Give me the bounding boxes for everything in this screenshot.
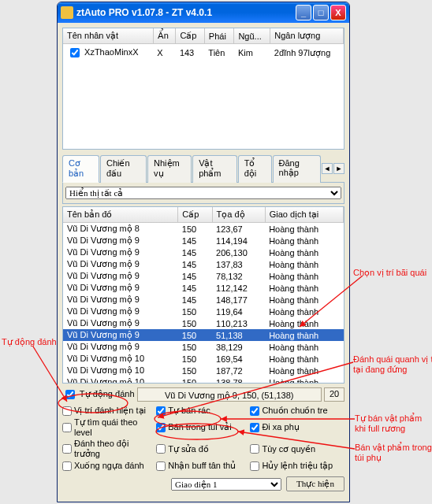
column-header[interactable]: Cấp — [176, 28, 204, 44]
column-header[interactable]: Cấp — [178, 207, 212, 223]
cell: 119,64 — [212, 306, 265, 317]
tab-scroll-arrow[interactable]: ◄ — [322, 163, 333, 174]
cell: Hoàng thành — [265, 353, 343, 365]
map-grid[interactable]: Tên bản đồCấpTọa độGiao dịch tại Vũ Di V… — [62, 206, 344, 384]
option-row: Vị trí đánh hiện tạiTự bán rácChuồn chuồ… — [62, 405, 344, 417]
cell: Vũ Di Vương mộ 10 — [63, 353, 178, 365]
map-row[interactable]: Vũ Di Vương mộ 9150110,213Hoàng thành — [63, 317, 344, 329]
option-checkbox[interactable]: Bán trong túi vải — [156, 417, 250, 438]
layout-select[interactable]: Giao diện 1 — [171, 478, 281, 491]
option-checkbox[interactable]: Hủy lệnh triệu tập — [250, 460, 344, 472]
cell: X — [153, 44, 176, 62]
map-row[interactable]: Vũ Di Vương mộ 9145206,130Hoàng thành — [63, 246, 344, 258]
map-row[interactable]: Vũ Di Vương mộ 915051,138Hoàng thành — [63, 329, 344, 341]
cell: 150 — [178, 329, 212, 341]
cell: Hoàng thành — [265, 376, 343, 384]
annotation-text: Bán vật phẩm trong túi phụ — [355, 443, 432, 463]
close-button[interactable]: X — [330, 5, 346, 20]
option-checkbox[interactable]: Xuống ngựa đánh — [62, 460, 156, 472]
character-grid[interactable]: Tên nhân vậtẨnCấpPháiNgũ...Ngân lượng Xz… — [62, 28, 344, 150]
column-header[interactable]: Ẩn — [153, 28, 176, 44]
cell: Vũ Di Vương mộ 9 — [63, 306, 178, 317]
annotation-text: Tự bán vật phẩm khi full rương — [355, 413, 422, 434]
map-row[interactable]: Vũ Di Vương mộ 8150123,67Hoàng thành — [63, 223, 344, 235]
option-row: Tự tìm quái theo levelBán trong túi vảiĐ… — [62, 417, 344, 438]
option-checkbox[interactable]: Tự tìm quái theo level — [62, 417, 156, 438]
cell: Hoàng thành — [265, 270, 343, 282]
titlebar[interactable]: ztAuto PRO v1.07.8 - ZT v4.0.1 _ □ X — [58, 2, 349, 23]
map-row[interactable]: Vũ Di Vương mộ 9145148,177Hoàng thành — [63, 294, 344, 306]
option-checkbox[interactable]: Tùy cơ quyền — [250, 438, 344, 460]
minimize-button[interactable]: _ — [296, 5, 311, 20]
tab-vật-phẩm[interactable]: Vật phẩm — [192, 155, 237, 183]
cell: 150 — [178, 306, 212, 317]
cell: Vũ Di Vương mộ 10 — [63, 365, 178, 376]
cell: Hoàng thành — [265, 317, 343, 329]
cell: Vũ Di Vương mộ 10 — [63, 376, 178, 384]
tab-tổ-đội[interactable]: Tổ đội — [238, 155, 272, 183]
map-row[interactable]: Vũ Di Vương mộ 9145114,194Hoàng thành — [63, 235, 344, 246]
filter-select[interactable]: Hiển thị tất cả — [65, 187, 341, 199]
maximize-button[interactable]: □ — [313, 5, 329, 20]
cell: 145 — [178, 294, 212, 306]
column-header[interactable]: Tọa độ — [212, 207, 265, 223]
option-checkbox[interactable]: Đánh theo đội trưởng — [62, 438, 156, 460]
range-value: 20 — [324, 387, 344, 402]
column-header[interactable]: Ngân lượng — [270, 28, 344, 44]
cell: 150 — [178, 376, 212, 384]
tab-cơ-bản[interactable]: Cơ bản — [62, 155, 99, 183]
map-row[interactable]: Vũ Di Vương mộ 9145112,142Hoàng thành — [63, 282, 344, 294]
cell: 38,129 — [212, 341, 265, 353]
map-row[interactable]: Vũ Di Vương mộ 9150119,64Hoàng thành — [63, 306, 344, 317]
cell: 150 — [178, 365, 212, 376]
option-checkbox[interactable]: Nhận buff tân thủ — [156, 460, 250, 472]
cell: 138,78 — [212, 376, 265, 384]
option-checkbox[interactable]: Tự bán rác — [156, 405, 250, 417]
cell: Hoàng thành — [265, 258, 343, 270]
option-row: Đánh theo đội trưởngTự sửa đồTùy cơ quyề… — [62, 438, 344, 460]
cell: 145 — [178, 246, 212, 258]
auto-fight-checkbox[interactable]: Tự động đánh — [62, 387, 135, 402]
cell: Hoàng thành — [265, 341, 343, 353]
content-area: Tên nhân vậtẨnCấpPháiNgũ...Ngân lượng Xz… — [58, 23, 349, 502]
map-row[interactable]: Vũ Di Vương mộ 10150187,72Hoàng thành — [63, 365, 344, 376]
annotation-text: Đánh quái quanh vị trí hiện tại đang đứn… — [353, 354, 432, 375]
column-header[interactable]: Phái — [204, 28, 234, 44]
map-row[interactable]: Vũ Di Vương mộ 9145137,83Hoàng thành — [63, 258, 344, 270]
character-checkbox[interactable] — [70, 48, 80, 57]
cell: Vũ Di Vương mộ 9 — [63, 258, 178, 270]
column-header[interactable]: Tên nhân vật — [63, 28, 153, 44]
option-row: Xuống ngựa đánhNhận buff tân thủHủy lệnh… — [62, 460, 344, 472]
execute-button[interactable]: Thực hiện — [286, 476, 344, 491]
map-row[interactable]: Vũ Di Vương mộ 10150138,78Hoàng thành — [63, 376, 344, 384]
map-row[interactable]: Vũ Di Vương mộ 915038,129Hoàng thành — [63, 341, 344, 353]
cell: 145 — [178, 282, 212, 294]
bottom-row: Giao diện 1 Thực hiện — [62, 476, 344, 491]
cell: 123,67 — [212, 223, 265, 235]
tab-nhiệm-vụ[interactable]: Nhiệm vụ — [147, 155, 192, 183]
cell: Vũ Di Vương mộ 9 — [63, 246, 178, 258]
option-checkbox[interactable]: Đi xa phụ — [250, 417, 344, 438]
map-row[interactable]: Vũ Di Vương mộ 914578,132Hoàng thành — [63, 270, 344, 282]
tab-chiến-đấu[interactable]: Chiến đấu — [100, 155, 147, 183]
cell: 187,72 — [212, 365, 265, 376]
character-row[interactable]: XzThaoMinxXX143TiênKim2đĩnh 97lượng — [63, 44, 344, 62]
column-header[interactable]: Tên bản đồ — [63, 207, 178, 223]
map-row[interactable]: Vũ Di Vương mộ 10150169,54Hoàng thành — [63, 353, 344, 365]
column-header[interactable]: Giao dịch tại — [265, 207, 343, 223]
cell: Hoàng thành — [265, 329, 343, 341]
cell: Tiên — [204, 44, 234, 62]
cell: Hoàng thành — [265, 235, 343, 246]
cell: 137,83 — [212, 258, 265, 270]
cell: Vũ Di Vương mộ 9 — [63, 329, 178, 341]
option-checkbox[interactable]: Tự sửa đồ — [156, 438, 250, 460]
cell: 51,138 — [212, 329, 265, 341]
cell: 110,213 — [212, 317, 265, 329]
option-checkbox[interactable]: Chuồn chuồn tre — [250, 405, 344, 417]
option-checkbox[interactable]: Vị trí đánh hiện tại — [62, 405, 156, 417]
column-header[interactable]: Ngũ... — [234, 28, 270, 44]
location-row: Tự động đánh Vũ Di Vương mộ 9, 150, (51,… — [62, 387, 344, 402]
tab-scroll-arrow[interactable]: ► — [333, 163, 344, 174]
tab-đăng-nhập[interactable]: Đăng nhập — [273, 155, 321, 183]
cell: Vũ Di Vương mộ 9 — [63, 235, 178, 246]
